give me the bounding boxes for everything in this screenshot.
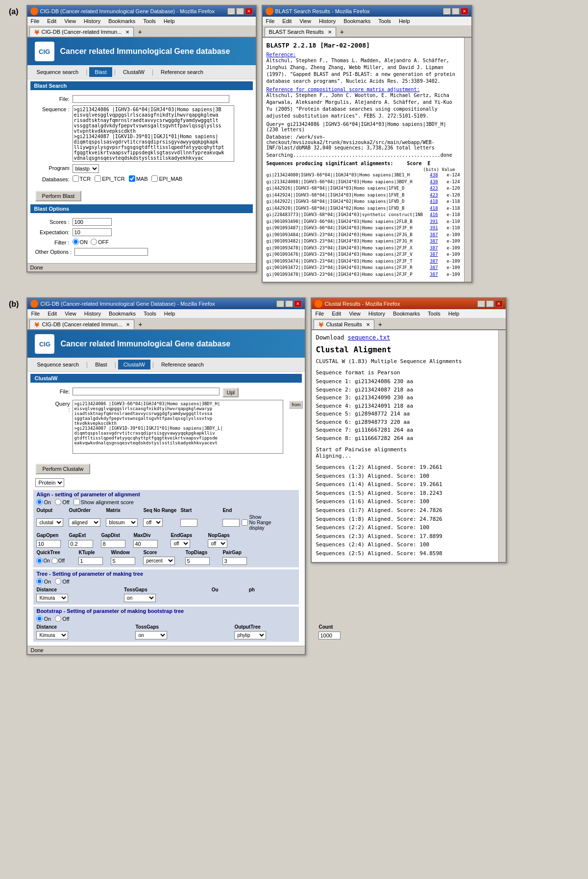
new-tab-btn-a[interactable]: + <box>135 27 145 37</box>
download-link[interactable]: sequence.txt <box>347 334 390 341</box>
score-select[interactable]: percent <box>143 557 175 565</box>
blast-menu-history[interactable]: History <box>318 18 337 24</box>
blast-restore-btn[interactable]: □ <box>452 8 460 15</box>
ktuple-input[interactable] <box>78 557 103 565</box>
align-off-radio[interactable] <box>55 499 61 505</box>
menu-history[interactable]: History <box>82 18 102 24</box>
menu-help[interactable]: Help <box>162 18 176 24</box>
clustal-menu-edit[interactable]: Edit <box>330 310 343 317</box>
nav-clustalw-a[interactable]: ClustalW <box>118 67 150 77</box>
filter-on-radio[interactable] <box>73 239 79 245</box>
filter-off-radio[interactable] <box>91 239 97 245</box>
align-on-radio[interactable] <box>36 499 43 505</box>
matrix-select[interactable]: blosum <box>106 518 138 527</box>
blast-result-score[interactable]: 423 <box>423 185 438 192</box>
blast-tab-close[interactable]: ✕ <box>328 29 332 35</box>
endgaps-select[interactable]: off <box>171 539 190 548</box>
epi-mab-checkbox[interactable] <box>151 175 158 182</box>
tree-distance-select[interactable]: Kimura <box>36 594 68 602</box>
file-input[interactable] <box>73 95 229 103</box>
gapdist-input[interactable] <box>101 540 125 548</box>
blast-menu-file[interactable]: File <box>265 18 276 24</box>
boot-off-radio[interactable] <box>55 615 61 622</box>
menu-tools[interactable]: Tools <box>142 18 157 24</box>
blast-new-tab[interactable]: + <box>337 27 347 37</box>
clustal-close-btn[interactable]: ✕ <box>495 300 503 307</box>
blast-minimize-btn[interactable]: _ <box>443 8 451 15</box>
other-options-input[interactable] <box>74 248 148 256</box>
blast-result-score[interactable]: 387 <box>423 258 438 265</box>
b-menu-help[interactable]: Help <box>163 310 177 317</box>
close-btn[interactable]: ✕ <box>245 8 253 15</box>
blast-menu-bookmarks[interactable]: Bookmarks <box>342 18 372 24</box>
blast-result-score[interactable]: 438 <box>423 172 438 179</box>
clustal-menu-history[interactable]: History <box>367 310 387 317</box>
seqno-select[interactable]: off <box>143 518 163 527</box>
b-menu-file[interactable]: File <box>29 310 41 317</box>
restore-btn[interactable]: □ <box>236 8 244 15</box>
tree-off-radio[interactable] <box>55 578 61 585</box>
blast-menu-view[interactable]: View <box>298 18 313 24</box>
perform-clustalw-btn[interactable]: Perform Clustalw <box>35 464 90 474</box>
qt-off-radio[interactable] <box>51 558 58 564</box>
gapopen-input[interactable] <box>36 540 61 548</box>
perform-blast-btn[interactable]: Perform Blast <box>35 191 82 201</box>
menu-file[interactable]: File <box>29 18 41 24</box>
b-menu-view[interactable]: View <box>63 310 78 317</box>
qt-on-radio[interactable] <box>36 558 43 564</box>
nav-sequence-search-a[interactable]: Sequence search <box>31 67 84 77</box>
maxdiv-input[interactable] <box>133 540 158 548</box>
blast-result-score[interactable]: 391 <box>423 225 438 232</box>
clustal-menu-tools[interactable]: Tools <box>426 310 442 317</box>
mab-checkbox[interactable] <box>129 175 135 182</box>
scores-input[interactable] <box>73 218 112 226</box>
blast-result-score[interactable]: 387 <box>423 251 438 258</box>
tree-tossgaps-select[interactable]: on <box>124 594 156 602</box>
outorder-select[interactable]: aligned <box>69 518 100 527</box>
blast-result-score[interactable]: 387 <box>423 271 438 278</box>
blast-result-score[interactable]: 391 <box>423 219 438 225</box>
nav-clustalw-b[interactable]: ClustalW <box>118 360 150 369</box>
clustal-menu-bookmarks[interactable]: Bookmarks <box>392 310 421 317</box>
cw-file-input[interactable] <box>73 388 220 395</box>
clustal-minimize-btn[interactable]: _ <box>477 300 485 307</box>
blast-result-score[interactable]: 387 <box>423 238 438 245</box>
tab-cigdb-a[interactable]: 🦊 CIG-DB (Cancer-related Immun... ✕ <box>29 27 134 37</box>
reference-title-1[interactable]: Reference: <box>267 52 296 57</box>
tab-close-a[interactable]: ✕ <box>125 29 129 35</box>
clustal-menu-view[interactable]: View <box>347 310 362 317</box>
boot-distance-select[interactable]: Kimura <box>36 631 68 639</box>
expectation-input[interactable] <box>73 228 112 236</box>
tab-cigdb-b[interactable]: 🦊 CIG-DB (Cancer-related Immun... ✕ <box>29 319 134 329</box>
topdiags-input[interactable] <box>185 557 210 565</box>
blast-tab[interactable]: BLAST Search Results ✕ <box>265 27 336 37</box>
blast-result-score[interactable]: 387 <box>423 232 438 239</box>
show-alignment-check[interactable] <box>74 499 80 505</box>
clustal-tab-close[interactable]: ✕ <box>366 322 370 327</box>
sequence-textarea[interactable]: >gi213424086 |IGHV3-66*04|IGHJ4*03|Homo … <box>73 105 234 162</box>
blast-result-score[interactable]: 438 <box>423 179 438 186</box>
tab-close-b[interactable]: ✕ <box>126 322 130 327</box>
boot-count-input[interactable] <box>318 632 341 639</box>
boot-tossgaps-select[interactable]: on <box>135 631 167 639</box>
blast-menu-edit[interactable]: Edit <box>281 18 293 24</box>
start-input[interactable] <box>180 519 197 527</box>
nav-blast-a[interactable]: Blast <box>89 67 112 77</box>
boot-outputtree-select[interactable]: phylip <box>234 631 266 639</box>
program-select[interactable]: blastp blastn blastx <box>73 164 99 173</box>
clustal-new-tab[interactable]: + <box>375 319 385 329</box>
blast-result-score[interactable]: 416 <box>423 212 438 219</box>
pairgap-input[interactable] <box>222 557 247 565</box>
from-btn[interactable]: from <box>289 401 303 409</box>
boot-on-radio[interactable] <box>36 615 43 622</box>
blast-close-btn[interactable]: ✕ <box>461 8 468 15</box>
clustal-tab[interactable]: 🦊 Clustal Results ✕ <box>314 319 374 329</box>
blast-menu-tools[interactable]: Tools <box>377 18 392 24</box>
blast-result-score[interactable]: 387 <box>423 245 438 252</box>
nav-reference-a[interactable]: Reference search <box>155 67 209 77</box>
cw-query-textarea[interactable]: >gi213424086 |IGHV3-66*04|IGHJ4*03|Homo … <box>73 400 283 454</box>
menu-edit[interactable]: Edit <box>46 18 58 24</box>
nav-reference-b[interactable]: Reference search <box>156 360 209 369</box>
gapext-input[interactable] <box>69 540 93 548</box>
menu-bookmarks[interactable]: Bookmarks <box>107 18 137 24</box>
